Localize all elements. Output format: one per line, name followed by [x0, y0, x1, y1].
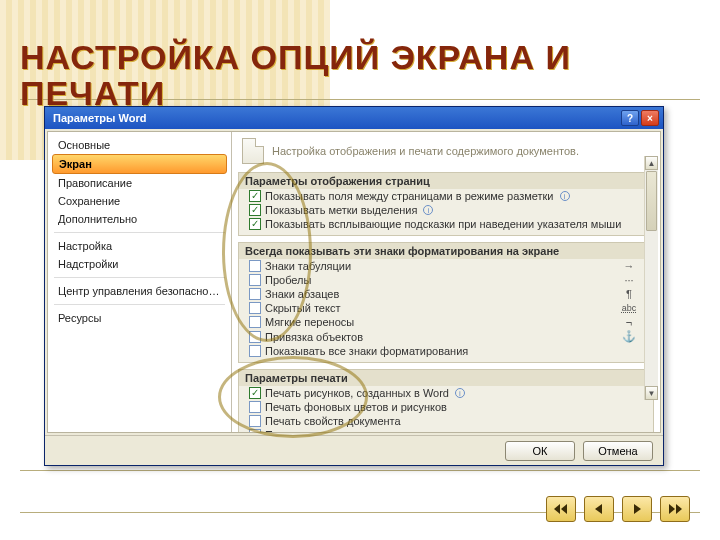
dialog-title: Параметры Word: [53, 112, 146, 124]
option-row[interactable]: Мягкие переносы¬: [239, 315, 653, 329]
nav-first-button[interactable]: [546, 496, 576, 522]
option-row[interactable]: Печать свойств документа: [239, 414, 653, 428]
option-row[interactable]: Печать скрытого текста: [239, 428, 653, 432]
sidebar-item-resources[interactable]: Ресурсы: [48, 309, 231, 327]
doc-icon: [242, 138, 264, 164]
formatting-mark: ¬: [621, 316, 637, 328]
scrollbar[interactable]: ▲ ▼: [644, 156, 658, 400]
sidebar-item-proofing[interactable]: Правописание: [48, 174, 231, 192]
option-row[interactable]: Привязка объектов⚓: [239, 329, 653, 344]
option-row[interactable]: Знаки абзацев¶: [239, 287, 653, 301]
option-label: Показывать все знаки форматирования: [265, 345, 468, 357]
slide-nav: [546, 496, 690, 522]
close-icon[interactable]: ×: [641, 110, 659, 126]
formatting-mark: abc: [621, 303, 637, 313]
titlebar: Параметры Word ? ×: [45, 107, 663, 129]
checkbox-icon[interactable]: [249, 345, 261, 357]
checkbox-icon[interactable]: [249, 302, 261, 314]
sidebar-item-advanced[interactable]: Дополнительно: [48, 210, 231, 228]
slide-title: НАСТРОЙКА ОПЦИЙ ЭКРАНА И ПЕЧАТИ: [20, 40, 700, 111]
nav-next-button[interactable]: [622, 496, 652, 522]
main-description: Настройка отображения и печати содержимо…: [272, 145, 579, 157]
sidebar-item-main[interactable]: Основные: [48, 136, 231, 154]
checkbox-icon[interactable]: [249, 274, 261, 286]
option-row[interactable]: ✓ Показывать поля между страницами в реж…: [239, 189, 653, 203]
checkbox-icon[interactable]: [249, 260, 261, 272]
option-label: Привязка объектов: [265, 331, 363, 343]
group-title: Всегда показывать эти знаки форматирован…: [239, 243, 653, 259]
option-row[interactable]: Пробелы···: [239, 273, 653, 287]
nav-prev-button[interactable]: [584, 496, 614, 522]
sidebar-item-save[interactable]: Сохранение: [48, 192, 231, 210]
ok-button[interactable]: ОК: [505, 441, 575, 461]
checkbox-icon[interactable]: ✓: [249, 218, 261, 230]
formatting-mark: ¶: [621, 288, 637, 300]
sidebar-item-customize[interactable]: Настройка: [48, 237, 231, 255]
checkbox-icon[interactable]: ✓: [249, 387, 261, 399]
scroll-up-icon[interactable]: ▲: [645, 156, 658, 170]
info-icon[interactable]: i: [455, 388, 465, 398]
main-panel: Настройка отображения и печати содержимо…: [232, 132, 660, 432]
svg-marker-2: [595, 504, 602, 514]
svg-marker-1: [561, 504, 567, 514]
dialog-footer: ОК Отмена: [45, 435, 663, 465]
cancel-button[interactable]: Отмена: [583, 441, 653, 461]
option-label: Мягкие переносы: [265, 316, 354, 328]
sidebar-separator: [54, 277, 225, 278]
option-label: Знаки абзацев: [265, 288, 339, 300]
scroll-down-icon[interactable]: ▼: [645, 386, 658, 400]
checkbox-icon[interactable]: [249, 415, 261, 427]
option-label: Показывать поля между страницами в режим…: [265, 190, 554, 202]
option-label: Скрытый текст: [265, 302, 340, 314]
option-label: Печать фоновых цветов и рисунков: [265, 401, 447, 413]
info-icon[interactable]: i: [560, 191, 570, 201]
formatting-mark: ⚓: [621, 330, 637, 343]
group-print-options: Параметры печати ✓Печать рисунков, созда…: [238, 369, 654, 432]
option-label: Пробелы: [265, 274, 311, 286]
option-row[interactable]: ✓ Показывать метки выделения i: [239, 203, 653, 217]
word-options-dialog: Параметры Word ? × Основные Экран Правоп…: [44, 106, 664, 466]
svg-marker-3: [634, 504, 641, 514]
svg-marker-5: [676, 504, 682, 514]
group-page-display: Параметры отображения страниц ✓ Показыва…: [238, 172, 654, 236]
svg-marker-0: [554, 504, 560, 514]
info-icon[interactable]: i: [423, 205, 433, 215]
help-icon[interactable]: ?: [621, 110, 639, 126]
divider: [20, 470, 700, 471]
sidebar-item-display[interactable]: Экран: [52, 154, 227, 174]
option-label: Печать скрытого текста: [265, 429, 385, 432]
option-label: Знаки табуляции: [265, 260, 351, 272]
sidebar-item-trust[interactable]: Центр управления безопасностью: [48, 282, 231, 300]
option-label: Печать рисунков, созданных в Word: [265, 387, 449, 399]
checkbox-icon[interactable]: [249, 288, 261, 300]
option-row[interactable]: Знаки табуляции→: [239, 259, 653, 273]
option-row[interactable]: ✓Печать рисунков, созданных в Wordi: [239, 386, 653, 400]
svg-marker-4: [669, 504, 675, 514]
checkbox-icon[interactable]: ✓: [249, 190, 261, 202]
sidebar: Основные Экран Правописание Сохранение Д…: [48, 132, 232, 432]
scroll-track[interactable]: [645, 232, 658, 386]
option-label: Показывать метки выделения: [265, 204, 417, 216]
formatting-mark: →: [621, 260, 637, 272]
checkbox-icon[interactable]: [249, 316, 261, 328]
option-row[interactable]: ✓ Показывать всплывающие подсказки при н…: [239, 217, 653, 231]
checkbox-icon[interactable]: [249, 331, 261, 343]
option-row[interactable]: Показывать все знаки форматирования: [239, 344, 653, 358]
checkbox-icon[interactable]: [249, 401, 261, 413]
checkbox-icon[interactable]: [249, 429, 261, 432]
option-row[interactable]: Скрытый текстabc: [239, 301, 653, 315]
main-header: Настройка отображения и печати содержимо…: [232, 132, 660, 170]
group-title: Параметры отображения страниц: [239, 173, 653, 189]
option-label: Показывать всплывающие подсказки при нав…: [265, 218, 621, 230]
scroll-thumb[interactable]: [646, 171, 657, 231]
sidebar-separator: [54, 232, 225, 233]
checkbox-icon[interactable]: ✓: [249, 204, 261, 216]
option-label: Печать свойств документа: [265, 415, 401, 427]
formatting-mark: ···: [621, 274, 637, 286]
option-row[interactable]: Печать фоновых цветов и рисунков: [239, 400, 653, 414]
sidebar-separator: [54, 304, 225, 305]
sidebar-item-addins[interactable]: Надстройки: [48, 255, 231, 273]
nav-last-button[interactable]: [660, 496, 690, 522]
group-formatting-marks: Всегда показывать эти знаки форматирован…: [238, 242, 654, 363]
group-title: Параметры печати: [239, 370, 653, 386]
